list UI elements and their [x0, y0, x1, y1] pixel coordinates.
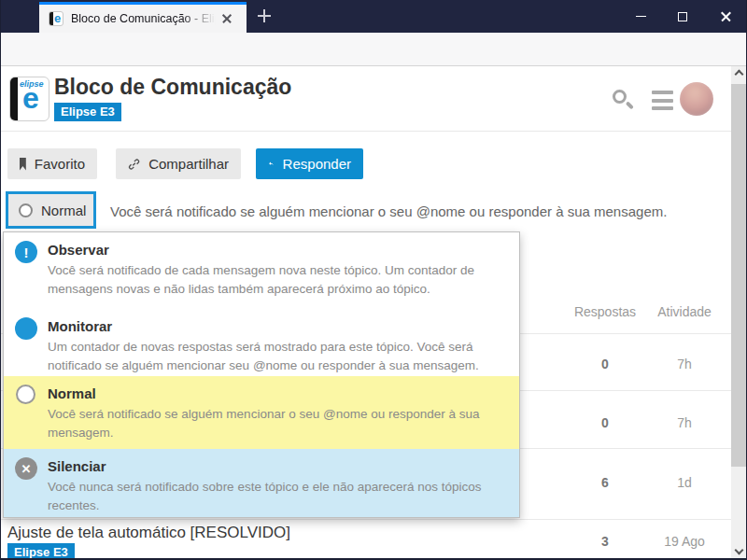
forum-menu-button[interactable]: [652, 91, 673, 115]
logo-strip: [10, 77, 18, 121]
menu-item-title: Silenciar: [48, 458, 502, 474]
reply-button[interactable]: Responder: [256, 148, 363, 179]
browser-tab[interactable]: e Bloco de Comunicação - Elipse: [39, 2, 247, 33]
favorite-label: Favorito: [35, 156, 85, 172]
link-icon: [128, 157, 140, 172]
notification-dropdown: ! Observar Você será notificado de cada …: [3, 231, 520, 518]
tab-title: Bloco de Comunicação - Elipse: [71, 12, 218, 25]
tab-bar: e Bloco de Comunicação - Elipse: [0, 0, 747, 33]
watching-icon: !: [15, 241, 37, 263]
column-header-replies[interactable]: Respostas: [574, 304, 636, 319]
normal-circle-icon: [19, 203, 33, 217]
menu-item-description: Você será notificado de cada mensagem no…: [48, 261, 502, 299]
tracking-icon: [15, 317, 37, 340]
new-tab-button[interactable]: [258, 9, 271, 22]
activity-cell: 7h: [677, 357, 692, 371]
muted-icon: ✕: [15, 457, 37, 480]
scrollbar[interactable]: [731, 65, 746, 559]
replies-cell: 6: [601, 475, 609, 490]
navigation-toolbar: [0, 33, 747, 66]
menu-item-title: Monitorar: [48, 318, 502, 334]
notification-level-label: Normal: [41, 203, 86, 218]
menu-item-observar[interactable]: ! Observar Você será notificado de cada …: [4, 232, 519, 309]
regular-icon: [16, 385, 35, 404]
menu-item-description: Um contador de novas respostas será most…: [48, 338, 502, 375]
scroll-down-icon[interactable]: [734, 546, 743, 555]
browser-window: e Bloco de Comunicação - Elipse https://…: [0, 0, 747, 560]
minimize-button[interactable]: [619, 0, 662, 33]
site-logo[interactable]: elipse e: [9, 77, 49, 121]
scrollbar-thumb[interactable]: [731, 84, 746, 467]
share-button[interactable]: Compartilhar: [116, 148, 241, 179]
bookmark-icon: [20, 158, 26, 171]
activity-cell: 1d: [677, 475, 692, 490]
topic-link[interactable]: Ajuste de tela automático [RESOLVIDO]: [7, 524, 290, 542]
replies-cell: 0: [601, 357, 609, 371]
forum-header: elipse e Bloco de Comunicação Elipse E3: [1, 66, 731, 132]
activity-cell: 19 Ago: [664, 534, 705, 549]
site-favicon-icon: e: [49, 11, 63, 26]
reply-icon: [268, 156, 275, 172]
menu-item-monitorar[interactable]: Monitorar Um contador de novas respostas…: [4, 309, 519, 376]
tab-close-icon[interactable]: [220, 12, 233, 25]
favorite-button[interactable]: Favorito: [7, 148, 97, 179]
menu-item-title: Normal: [48, 385, 502, 401]
search-icon: [613, 90, 627, 104]
page-title[interactable]: Bloco de Comunicação: [54, 75, 291, 100]
scroll-up-icon[interactable]: [734, 70, 743, 79]
avatar[interactable]: [680, 82, 713, 116]
maximize-button[interactable]: [661, 0, 704, 33]
replies-cell: 0: [601, 415, 609, 430]
menu-item-description: Você será notificado se alguém mencionar…: [48, 405, 502, 442]
category-badge[interactable]: Elipse E3: [7, 543, 75, 560]
notification-summary: Você será notificado se alguém mencionar…: [110, 203, 667, 219]
menu-item-description: Você nunca será notificado sobre este tó…: [48, 478, 502, 515]
notification-level-button[interactable]: Normal: [6, 191, 96, 229]
share-label: Compartilhar: [148, 156, 229, 172]
category-badge[interactable]: Elipse E3: [54, 103, 121, 121]
menu-item-normal-selected[interactable]: Normal Você será notificado se alguém me…: [4, 376, 519, 449]
reply-label: Responder: [283, 156, 351, 172]
menu-item-title: Observar: [48, 242, 502, 258]
column-header-activity[interactable]: Atividade: [657, 304, 712, 319]
close-button[interactable]: [704, 0, 747, 33]
menu-item-silenciar-hover[interactable]: ✕ Silenciar Você nunca será notificado s…: [4, 449, 519, 517]
search-button[interactable]: [612, 89, 636, 113]
activity-cell: 7h: [677, 415, 692, 430]
replies-cell: 3: [601, 534, 609, 549]
divider: [1, 519, 731, 520]
